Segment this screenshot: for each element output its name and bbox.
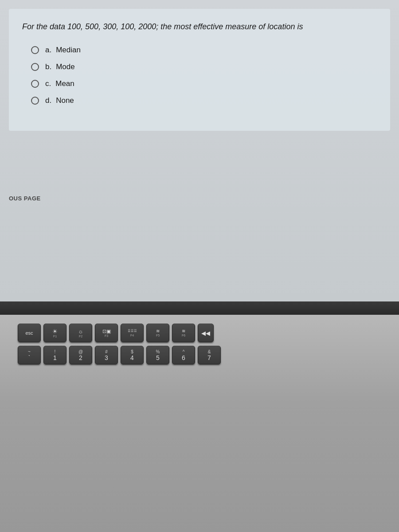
question-text-part1: For the data 100, 500, 300, 100, 2000; xyxy=(22,22,160,31)
f4-label: F4 xyxy=(130,334,134,337)
question-text: For the data 100, 500, 300, 100, 2000; t… xyxy=(22,21,377,32)
key-f4[interactable]: ⠿⠿⠿ F4 xyxy=(121,324,144,342)
keyboard-section: esc ☀ F1 ☼ F2 ⊡▣ F3 ⠿⠿⠿ F4 ≋ F5 xyxy=(0,315,399,532)
key-tilde[interactable]: ~ ` xyxy=(18,346,41,364)
3-top: # xyxy=(105,349,108,354)
laptop-body: esc ☀ F1 ☼ F2 ⊡▣ F3 ⠿⠿⠿ F4 ≋ F5 xyxy=(0,315,399,532)
option-d[interactable]: d. None xyxy=(31,96,377,105)
6-top: ^ xyxy=(183,349,185,354)
esc-label: esc xyxy=(25,330,33,336)
option-c-label: Mean xyxy=(55,79,74,88)
key-f5[interactable]: ≋ F5 xyxy=(146,324,169,342)
option-c-letter: c. xyxy=(45,79,51,88)
radio-d[interactable] xyxy=(31,97,39,105)
radio-c[interactable] xyxy=(31,80,39,88)
2-top: @ xyxy=(78,349,83,354)
option-a[interactable]: a. Median xyxy=(31,46,377,55)
f2-label: F2 xyxy=(79,335,82,338)
option-a-letter: a. xyxy=(45,46,51,55)
content-card: For the data 100, 500, 300, 100, 2000; t… xyxy=(9,9,390,131)
key-esc[interactable]: esc xyxy=(18,324,41,342)
7-bottom: 7 xyxy=(207,354,211,361)
key-7[interactable]: & 7 xyxy=(198,346,221,364)
key-f6[interactable]: ≋ F6 xyxy=(172,324,195,342)
options-list: a. Median b. Mode c. Mean d. None xyxy=(22,46,377,105)
option-d-label: None xyxy=(56,96,74,105)
key-2[interactable]: @ 2 xyxy=(69,346,92,364)
tilde-top: ~ xyxy=(28,349,31,354)
3-bottom: 3 xyxy=(105,354,108,361)
key-3[interactable]: # 3 xyxy=(95,346,118,364)
option-d-letter: d. xyxy=(45,96,51,105)
key-5[interactable]: % 5 xyxy=(146,346,169,364)
back-icon: ◀◀ xyxy=(201,330,210,336)
option-b-label: Mode xyxy=(56,63,75,71)
1-bottom: 1 xyxy=(53,354,57,361)
key-6[interactable]: ^ 6 xyxy=(172,346,195,364)
key-1[interactable]: ! 1 xyxy=(43,346,66,364)
laptop-bezel xyxy=(0,301,399,315)
tilde-bottom: ` xyxy=(28,354,31,361)
f3-icon: ⊡▣ xyxy=(102,329,111,334)
f6-label: F6 xyxy=(182,334,185,337)
f2-icon: ☼ xyxy=(78,329,83,334)
1-top: ! xyxy=(55,349,56,354)
6-bottom: 6 xyxy=(182,354,185,361)
radio-a[interactable] xyxy=(31,46,39,54)
f1-label: F1 xyxy=(53,335,57,338)
4-top: $ xyxy=(131,349,133,354)
radio-b[interactable] xyxy=(31,63,39,71)
fn-key-row: esc ☀ F1 ☼ F2 ⊡▣ F3 ⠿⠿⠿ F4 ≋ F5 xyxy=(13,324,386,342)
screen-area: For the data 100, 500, 300, 100, 2000; t… xyxy=(0,0,399,301)
f5-label: F5 xyxy=(156,334,160,337)
question-text-part2: the most effective measure of location i… xyxy=(160,22,303,31)
option-b-letter: b. xyxy=(45,63,51,71)
f3-label: F3 xyxy=(105,334,108,337)
f4-icon: ⠿⠿⠿ xyxy=(128,329,137,333)
f6-icon: ≋ xyxy=(182,329,185,333)
key-f1[interactable]: ☀ F1 xyxy=(43,324,66,342)
7-top: & xyxy=(208,349,211,354)
5-top: % xyxy=(156,349,160,354)
f5-icon: ≋ xyxy=(156,329,160,333)
previous-page-label[interactable]: OUS PAGE xyxy=(9,195,41,202)
option-a-label: Median xyxy=(56,46,81,55)
f1-icon: ☀ xyxy=(52,329,58,334)
num-key-row: ~ ` ! 1 @ 2 # 3 $ 4 % 5 xyxy=(13,346,386,364)
key-f2[interactable]: ☼ F2 xyxy=(69,324,92,342)
4-bottom: 4 xyxy=(130,354,134,361)
key-back[interactable]: ◀◀ xyxy=(198,324,214,342)
option-c[interactable]: c. Mean xyxy=(31,79,377,88)
2-bottom: 2 xyxy=(79,354,82,361)
key-4[interactable]: $ 4 xyxy=(121,346,144,364)
5-bottom: 5 xyxy=(156,354,160,361)
option-b[interactable]: b. Mode xyxy=(31,63,377,71)
key-f3[interactable]: ⊡▣ F3 xyxy=(95,324,118,342)
